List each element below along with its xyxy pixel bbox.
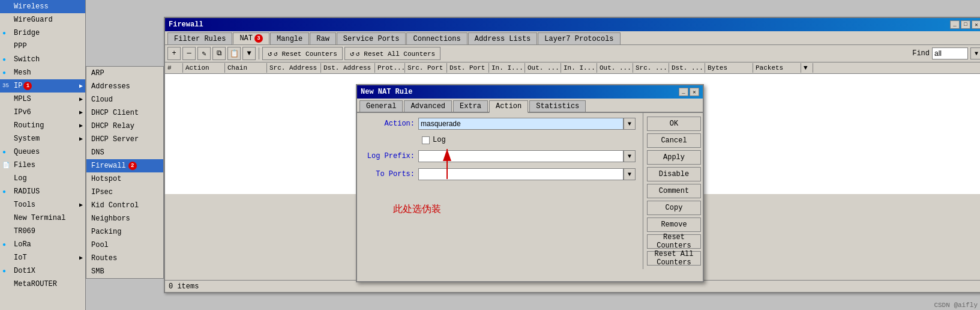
submenu-dhcp-client[interactable]: DHCP Client bbox=[86, 106, 163, 120]
tab-filter-rules[interactable]: Filter Rules bbox=[167, 32, 232, 44]
paste-icon: 📋 bbox=[230, 49, 239, 58]
submenu-packing[interactable]: Packing bbox=[86, 225, 163, 239]
edit-button[interactable]: ✎ bbox=[197, 47, 211, 60]
submenu-pool[interactable]: Pool bbox=[86, 239, 163, 252]
submenu-dhcp-relay[interactable]: DHCP Relay bbox=[86, 120, 163, 133]
sidebar-item-iot[interactable]: IoT ▶ bbox=[0, 251, 85, 264]
remove-button-dialog[interactable]: Remove bbox=[647, 217, 701, 232]
sidebar-item-files[interactable]: 📄 Files bbox=[0, 159, 85, 172]
disable-button[interactable]: Disable bbox=[647, 167, 701, 181]
reset-all-counters-button-dialog[interactable]: Reset All Counters bbox=[647, 251, 701, 266]
dialog-minimize-button[interactable]: _ bbox=[679, 88, 688, 96]
mpls-arrow-icon: ▶ bbox=[79, 96, 83, 103]
nat-dialog: New NAT Rule _ ✕ General Advanced Extra … bbox=[356, 84, 704, 282]
dialog-tab-general[interactable]: General bbox=[359, 100, 403, 112]
tab-bar: Filter Rules NAT 3 Mangle Raw Service Po… bbox=[165, 31, 980, 45]
dialog-tab-statistics[interactable]: Statistics bbox=[529, 100, 586, 112]
copy-button-dialog[interactable]: Copy bbox=[647, 201, 701, 215]
sidebar-item-ipv6[interactable]: IPv6 ▶ bbox=[0, 106, 85, 119]
log-prefix-dropdown[interactable]: ▼ bbox=[624, 150, 636, 162]
submenu-routes[interactable]: Routes bbox=[86, 252, 163, 265]
th-chain: Chain bbox=[225, 63, 267, 73]
minimize-button[interactable]: _ bbox=[950, 20, 960, 29]
to-ports-dropdown[interactable]: ▼ bbox=[624, 168, 636, 180]
submenu-addresses[interactable]: Addresses bbox=[86, 80, 163, 93]
comment-button[interactable]: Comment bbox=[647, 184, 701, 198]
sidebar-item-tr069[interactable]: TR069 bbox=[0, 225, 85, 238]
tab-nat[interactable]: NAT 3 bbox=[233, 32, 269, 44]
submenu-firewall[interactable]: Firewall 2 bbox=[86, 159, 163, 172]
sidebar-item-new-terminal[interactable]: New Terminal bbox=[0, 211, 85, 225]
ok-button[interactable]: OK bbox=[647, 117, 701, 131]
tab-raw[interactable]: Raw bbox=[310, 32, 336, 44]
tab-address-lists[interactable]: Address Lists bbox=[468, 32, 538, 44]
sidebar: Wireless WireGuard ● Bridge PPP ● Switch… bbox=[0, 0, 86, 310]
sidebar-item-radius[interactable]: ● RADIUS bbox=[0, 185, 85, 198]
dialog-tab-action[interactable]: Action bbox=[489, 100, 528, 113]
log-row: Log bbox=[364, 136, 636, 144]
dialog-tab-advanced[interactable]: Advanced bbox=[404, 100, 452, 112]
th-more[interactable]: ▼ bbox=[801, 63, 813, 73]
submenu-neighbors[interactable]: Neighbors bbox=[86, 212, 163, 225]
sidebar-item-lora[interactable]: ● LoRa bbox=[0, 238, 85, 251]
tab-connections[interactable]: Connections bbox=[406, 32, 467, 44]
sidebar-item-ppp[interactable]: PPP bbox=[0, 40, 85, 53]
switch-icon: ● bbox=[2, 56, 12, 63]
dialog-tab-extra[interactable]: Extra bbox=[453, 100, 488, 112]
submenu-kid-control[interactable]: Kid Control bbox=[86, 199, 163, 212]
firewall-badge: 2 bbox=[128, 162, 137, 170]
action-dropdown[interactable]: ▼ bbox=[624, 118, 636, 130]
find-dropdown[interactable]: ▼ bbox=[970, 47, 980, 59]
ip-arrow-icon: ▶ bbox=[79, 82, 83, 90]
dialog-close-button[interactable]: ✕ bbox=[690, 88, 699, 96]
submenu-dhcp-server[interactable]: DHCP Server bbox=[86, 133, 163, 146]
sidebar-item-wireless[interactable]: Wireless bbox=[0, 0, 85, 13]
copy-button[interactable]: ⧉ bbox=[212, 47, 226, 60]
sidebar-item-wireguard[interactable]: WireGuard bbox=[0, 13, 85, 26]
filter-button[interactable]: ▼ bbox=[242, 47, 256, 60]
toolbar-sep1 bbox=[259, 47, 259, 59]
submenu-dns[interactable]: DNS bbox=[86, 146, 163, 159]
find-label: Find bbox=[912, 49, 930, 58]
maximize-button[interactable]: □ bbox=[961, 20, 970, 29]
to-ports-row: To Ports: ▼ bbox=[364, 168, 636, 180]
submenu-hotspot[interactable]: Hotspot bbox=[86, 172, 163, 186]
sidebar-item-system[interactable]: System ▶ bbox=[0, 132, 85, 145]
sidebar-item-routing[interactable]: Routing ▶ bbox=[0, 119, 85, 132]
action-input-group: ▼ bbox=[418, 118, 636, 130]
sidebar-item-metarouter[interactable]: MetaROUTER bbox=[0, 278, 85, 291]
add-button[interactable]: + bbox=[167, 47, 181, 60]
arrow-svg bbox=[423, 137, 471, 185]
remove-button[interactable]: — bbox=[182, 47, 196, 60]
sidebar-item-mpls[interactable]: MPLS ▶ bbox=[0, 93, 85, 106]
action-input[interactable] bbox=[418, 118, 624, 130]
paste-button[interactable]: 📋 bbox=[227, 47, 241, 60]
submenu-ipsec[interactable]: IPsec bbox=[86, 186, 163, 199]
reset-all-counters-button[interactable]: ↺ ↺ Reset All Counters bbox=[344, 47, 440, 60]
apply-button[interactable]: Apply bbox=[647, 150, 701, 165]
sidebar-item-bridge[interactable]: ● Bridge bbox=[0, 26, 85, 40]
sidebar-item-mesh[interactable]: ● Mesh bbox=[0, 66, 85, 79]
action-label: Action: bbox=[364, 120, 418, 128]
sidebar-item-tools[interactable]: Tools ▶ bbox=[0, 198, 85, 211]
sidebar-item-log[interactable]: Log bbox=[0, 172, 85, 185]
submenu-smb[interactable]: SMB bbox=[86, 265, 163, 278]
sidebar-item-queues[interactable]: ● Queues bbox=[0, 145, 85, 159]
toolbar: + — ✎ ⧉ 📋 ▼ ↺ ↺ Reset Counters bbox=[165, 45, 980, 62]
tab-layer7[interactable]: Layer7 Protocols bbox=[538, 32, 620, 44]
tab-service-ports[interactable]: Service Ports bbox=[337, 32, 406, 44]
submenu-arp[interactable]: ARP bbox=[86, 67, 163, 80]
sidebar-item-dot1x[interactable]: ● Dot1X bbox=[0, 264, 85, 278]
copy-icon: ⧉ bbox=[217, 49, 222, 58]
th-dst2: Dst. .... bbox=[669, 63, 705, 73]
cancel-button[interactable]: Cancel bbox=[647, 133, 701, 148]
submenu-cloud[interactable]: Cloud bbox=[86, 93, 163, 106]
find-input[interactable] bbox=[932, 47, 968, 59]
reset-counters-button[interactable]: ↺ ↺ Reset Counters bbox=[262, 47, 343, 60]
sidebar-item-switch[interactable]: ● Switch bbox=[0, 53, 85, 66]
close-button[interactable]: ✕ bbox=[972, 20, 980, 29]
sidebar-item-ip[interactable]: 35 IP 1 ▶ bbox=[0, 79, 85, 93]
dialog-title: New NAT Rule bbox=[361, 88, 412, 96]
tab-mangle[interactable]: Mangle bbox=[270, 32, 309, 44]
reset-counters-button-dialog[interactable]: Reset Counters bbox=[647, 234, 701, 249]
